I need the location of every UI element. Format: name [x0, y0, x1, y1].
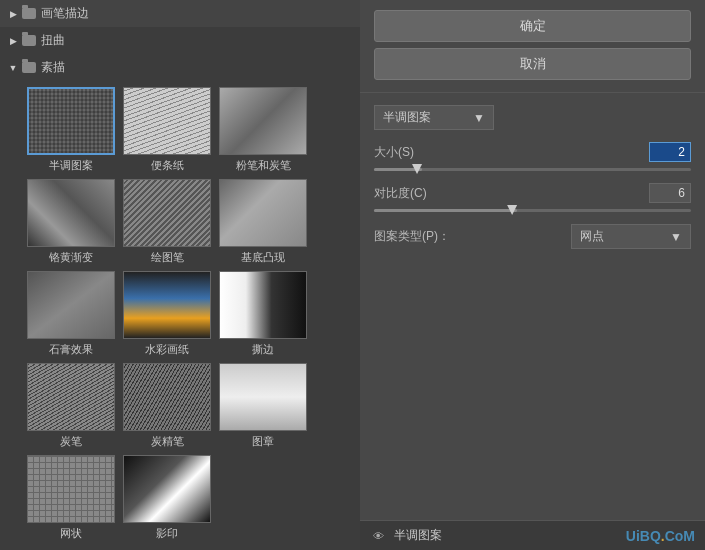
thumb-label-chalk: 粉笔和炭笔 [236, 158, 291, 173]
size-slider-track[interactable] [374, 168, 691, 171]
thumb-img-mesh [27, 455, 115, 523]
thumb-mesh[interactable]: 网状 [26, 455, 116, 541]
thumb-img-torn [219, 271, 307, 339]
contrast-input[interactable] [649, 183, 691, 203]
contrast-param-row: 对比度(C) [374, 183, 691, 203]
right-panel: 确定 取消 半调图案 ▼ 大小(S) 对比度(C) [360, 0, 705, 550]
filter-list-panel: 画笔描边 扭曲 素描 半调图案 便条纸 粉笔和炭笔 铬黄渐变 [0, 0, 360, 550]
category-brushstroke[interactable]: 画笔描边 [0, 0, 360, 27]
thumb-label-chrome: 铬黄渐变 [49, 250, 93, 265]
confirm-button[interactable]: 确定 [374, 10, 691, 42]
type-dropdown[interactable]: 网点 ▼ [571, 224, 691, 249]
size-slider-row [374, 168, 691, 171]
dropdown-chevron: ▼ [473, 111, 485, 125]
contrast-slider-row [374, 209, 691, 212]
type-chevron: ▼ [670, 230, 682, 244]
arrow-sketch [8, 63, 18, 73]
filter-header: 半调图案 ▼ [374, 105, 691, 130]
thumb-stamp[interactable]: 图章 [218, 363, 308, 449]
thumb-torn[interactable]: 撕边 [218, 271, 308, 357]
category-sketch[interactable]: 素描 [0, 54, 360, 81]
thumb-label-halftone: 半调图案 [49, 158, 93, 173]
thumb-img-stamp [219, 363, 307, 431]
thumb-label-photocopy: 影印 [156, 526, 178, 541]
filter-name-label: 半调图案 [383, 109, 431, 126]
type-label: 图案类型(P)： [374, 228, 571, 245]
thumb-label-charcoal: 炭笔 [60, 434, 82, 449]
contrast-label: 对比度(C) [374, 185, 649, 202]
filter-controls: 半调图案 ▼ 大小(S) 对比度(C) 图 [360, 97, 705, 257]
thumb-label-emboss: 基底凸现 [241, 250, 285, 265]
watermark: UiBQ.CoM [626, 528, 695, 544]
thumb-label-brush: 绘图笔 [151, 250, 184, 265]
thumb-photocopy[interactable]: 影印 [122, 455, 212, 541]
thumb-carbon[interactable]: 炭精笔 [122, 363, 212, 449]
thumb-brush[interactable]: 绘图笔 [122, 179, 212, 265]
arrow-brushstroke [8, 9, 18, 19]
thumb-label-plaster: 石膏效果 [49, 342, 93, 357]
thumb-img-charcoal [27, 363, 115, 431]
thumb-img-chrome [27, 179, 115, 247]
category-sketch-label: 素描 [41, 59, 65, 76]
bottom-bar: 👁 半调图案 UiBQ.CoM [360, 520, 705, 550]
size-input[interactable] [649, 142, 691, 162]
thumb-label-stamp: 图章 [252, 434, 274, 449]
folder-icon-distort [22, 35, 36, 46]
folder-icon-brushstroke [22, 8, 36, 19]
eye-icon[interactable]: 👁 [370, 530, 386, 542]
thumb-label-torn: 撕边 [252, 342, 274, 357]
thumb-img-chalk [219, 87, 307, 155]
category-distort-label: 扭曲 [41, 32, 65, 49]
arrow-distort [8, 36, 18, 46]
thumb-watercolor[interactable]: 水彩画纸 [122, 271, 212, 357]
thumbnail-grid: 半调图案 便条纸 粉笔和炭笔 铬黄渐变 绘图笔 基底凸现 石膏效果 [0, 81, 360, 547]
thumb-label-mesh: 网状 [60, 526, 82, 541]
category-brushstroke-label: 画笔描边 [41, 5, 89, 22]
thumb-emboss[interactable]: 基底凸现 [218, 179, 308, 265]
thumb-img-brush [123, 179, 211, 247]
thumb-img-halftone [27, 87, 115, 155]
contrast-slider-track[interactable] [374, 209, 691, 212]
thumb-label-note: 便条纸 [151, 158, 184, 173]
thumb-img-carbon [123, 363, 211, 431]
thumb-charcoal[interactable]: 炭笔 [26, 363, 116, 449]
size-param-row: 大小(S) [374, 142, 691, 162]
action-buttons: 确定 取消 [360, 0, 705, 88]
category-distort[interactable]: 扭曲 [0, 27, 360, 54]
divider-1 [360, 92, 705, 93]
thumb-label-watercolor: 水彩画纸 [145, 342, 189, 357]
type-row: 图案类型(P)： 网点 ▼ [374, 224, 691, 249]
thumb-plaster[interactable]: 石膏效果 [26, 271, 116, 357]
thumb-chrome[interactable]: 铬黄渐变 [26, 179, 116, 265]
thumb-img-note [123, 87, 211, 155]
thumb-label-carbon: 炭精笔 [151, 434, 184, 449]
thumb-img-photocopy [123, 455, 211, 523]
thumb-halftone[interactable]: 半调图案 [26, 87, 116, 173]
cancel-button[interactable]: 取消 [374, 48, 691, 80]
filter-name-dropdown[interactable]: 半调图案 ▼ [374, 105, 494, 130]
bottom-filter-name: 半调图案 [394, 527, 442, 544]
thumb-note[interactable]: 便条纸 [122, 87, 212, 173]
type-value: 网点 [580, 228, 604, 245]
thumb-chalk[interactable]: 粉笔和炭笔 [218, 87, 308, 173]
thumb-img-plaster [27, 271, 115, 339]
size-label: 大小(S) [374, 144, 649, 161]
thumb-img-watercolor [123, 271, 211, 339]
folder-icon-sketch [22, 62, 36, 73]
contrast-slider-fill [374, 209, 517, 212]
thumb-img-emboss [219, 179, 307, 247]
